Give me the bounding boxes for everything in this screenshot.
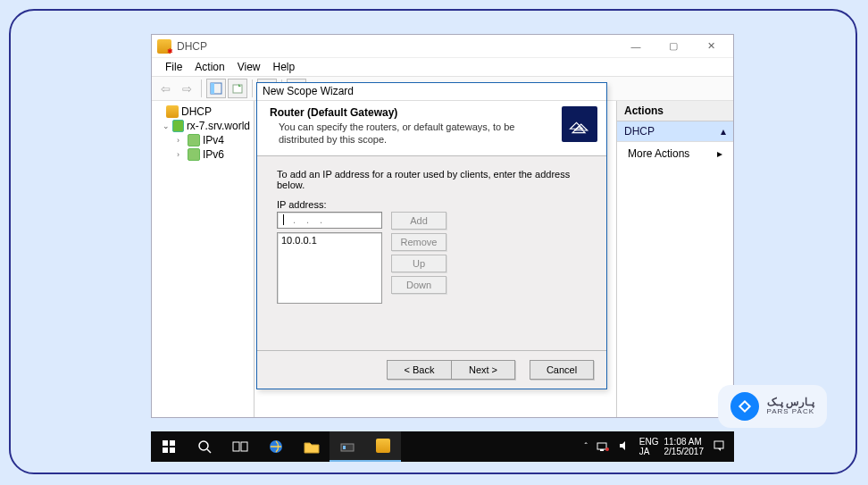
- network-icon[interactable]: [597, 440, 609, 453]
- svg-rect-2: [233, 85, 242, 93]
- folder-icon: [304, 440, 320, 454]
- actions-header: Actions: [617, 101, 733, 121]
- windows-taskbar[interactable]: ˆ ENG JA 11:08 AM 2/15/2017: [151, 431, 734, 462]
- wizard-banner-icon: [562, 106, 597, 142]
- svg-point-21: [605, 447, 609, 451]
- collapse-up-icon: ▴: [721, 125, 726, 138]
- next-button[interactable]: Next >: [451, 360, 515, 380]
- menu-action[interactable]: Action: [188, 59, 230, 75]
- tree-ipv4-label: IPv4: [203, 134, 224, 146]
- nav-back-button[interactable]: ⇦: [155, 79, 175, 98]
- ip-address-input[interactable]: ...: [277, 212, 382, 229]
- task-view-icon: [232, 440, 248, 453]
- add-button[interactable]: Add: [391, 212, 447, 230]
- up-button[interactable]: Up: [391, 255, 447, 272]
- export-button[interactable]: [228, 79, 247, 98]
- tree-root[interactable]: DHCP: [154, 105, 252, 119]
- menu-view[interactable]: View: [231, 59, 267, 75]
- svg-rect-18: [343, 446, 346, 449]
- dhcp-service-icon: [166, 105, 179, 118]
- close-button[interactable]: ✕: [692, 37, 730, 56]
- svg-line-13: [207, 449, 211, 453]
- taskbar-server-manager[interactable]: [330, 431, 365, 462]
- tree-ipv4[interactable]: › IPv4: [154, 133, 252, 147]
- menubar: File Action View Help: [152, 58, 733, 76]
- expander-icon[interactable]: ›: [177, 150, 185, 159]
- down-button[interactable]: Down: [391, 276, 447, 294]
- ipv4-icon: [188, 134, 200, 146]
- expander-icon[interactable]: ›: [177, 136, 185, 145]
- export-icon: [231, 82, 244, 95]
- dhcp-service-icon: [157, 39, 171, 54]
- wizard-body: To add an IP address for a router used b…: [257, 156, 606, 350]
- wizard-heading: Router (Default Gateway): [270, 106, 562, 119]
- svg-point-12: [199, 441, 208, 450]
- text-cursor: [283, 214, 284, 225]
- actions-context[interactable]: DHCP ▴: [617, 121, 733, 142]
- svg-rect-19: [597, 443, 606, 449]
- clock-date: 2/15/2017: [664, 447, 705, 456]
- titlebar: DHCP — ▢ ✕: [152, 35, 733, 58]
- maximize-button[interactable]: ▢: [655, 37, 692, 56]
- ie-icon: [268, 439, 284, 455]
- svg-rect-20: [600, 449, 604, 451]
- task-view-button[interactable]: [222, 431, 258, 462]
- clock[interactable]: 11:08 AM 2/15/2017: [664, 437, 705, 456]
- notifications-icon[interactable]: [713, 439, 725, 454]
- taskbar-explorer[interactable]: [294, 431, 330, 462]
- tree-ipv6-label: IPv6: [203, 148, 224, 161]
- back-button[interactable]: < Back: [387, 360, 451, 380]
- parspack-logo-icon: [730, 392, 759, 421]
- volume-icon[interactable]: [618, 440, 630, 453]
- wizard-subheading: You can specify the routers, or default …: [270, 119, 562, 146]
- wizard-footer: < Back Next > Cancel: [257, 350, 606, 389]
- window-title: DHCP: [177, 40, 617, 53]
- toolbar-separator: [252, 79, 253, 97]
- taskbar-dhcp[interactable]: [365, 431, 401, 462]
- start-button[interactable]: [151, 431, 187, 462]
- actions-more[interactable]: More Actions ▸: [617, 142, 733, 165]
- gateway-listbox[interactable]: 10.0.0.1: [277, 232, 382, 304]
- cancel-button[interactable]: Cancel: [530, 360, 594, 380]
- svg-rect-9: [170, 440, 175, 446]
- remove-button[interactable]: Remove: [391, 233, 447, 251]
- svg-rect-11: [170, 447, 175, 453]
- windows-logo-icon: [163, 440, 176, 454]
- system-tray[interactable]: ˆ ENG JA 11:08 AM 2/15/2017: [584, 437, 734, 456]
- tree-server[interactable]: ⌄ rx-7.srv.world: [154, 119, 252, 133]
- search-button[interactable]: [187, 431, 222, 462]
- arrow-right-icon: ⇨: [182, 82, 192, 96]
- wizard-title: New Scope Wizard: [257, 83, 606, 101]
- outer-frame: DHCP — ▢ ✕ File Action View Help ⇦ ⇨ ?: [9, 9, 857, 474]
- menu-file[interactable]: File: [159, 59, 188, 75]
- tree-ipv6[interactable]: › IPv6: [154, 147, 252, 162]
- arrow-left-icon: ⇦: [161, 82, 171, 96]
- svg-rect-22: [714, 441, 723, 448]
- search-icon: [197, 439, 212, 454]
- tree-root-label: DHCP: [181, 105, 212, 118]
- show-hide-tree-button[interactable]: [206, 79, 226, 98]
- list-item[interactable]: 10.0.0.1: [281, 235, 378, 246]
- minimize-button[interactable]: —: [617, 37, 655, 56]
- taskbar-ie[interactable]: [258, 431, 294, 462]
- svg-rect-1: [211, 83, 214, 94]
- tree-pane[interactable]: DHCP ⌄ rx-7.srv.world › IPv4 › IPv6: [152, 101, 255, 417]
- new-scope-wizard-dialog: New Scope Wizard Router (Default Gateway…: [256, 82, 607, 389]
- ip-separator-dots: ...: [293, 214, 333, 225]
- menu-help[interactable]: Help: [267, 59, 302, 75]
- badge-en: PARS PACK: [766, 408, 814, 416]
- tree-server-label: rx-7.srv.world: [187, 120, 250, 132]
- ipv6-icon: [188, 148, 200, 161]
- submenu-arrow-icon: ▸: [717, 147, 722, 160]
- svg-rect-14: [233, 442, 239, 451]
- svg-rect-8: [163, 440, 168, 446]
- language-indicator[interactable]: ENG JA: [639, 437, 659, 456]
- dhcp-tray-icon: [376, 439, 390, 453]
- wizard-instruction: To add an IP address for a router used b…: [277, 169, 587, 190]
- actions-more-label: More Actions: [628, 147, 689, 160]
- expander-icon[interactable]: ⌄: [163, 121, 170, 130]
- actions-context-label: DHCP: [624, 125, 655, 138]
- ip-address-label: IP address:: [277, 199, 587, 210]
- nav-forward-button[interactable]: ⇨: [177, 79, 196, 98]
- tray-up-icon[interactable]: ˆ: [584, 442, 587, 452]
